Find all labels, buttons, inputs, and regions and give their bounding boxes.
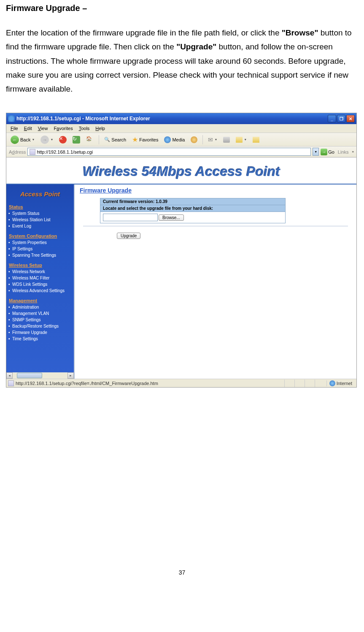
scroll-right-icon[interactable]: ► — [67, 372, 74, 379]
file-cell: Browse... — [100, 212, 286, 223]
close-button[interactable]: ✕ — [346, 115, 355, 122]
edit-button[interactable]: ▼ — [234, 136, 248, 144]
page-icon — [30, 149, 35, 155]
refresh-icon: ↻ — [73, 136, 80, 144]
nav-wireless-station-list[interactable]: Wireless Station List — [6, 217, 74, 223]
go-label: Go — [328, 149, 334, 155]
chevron-down-icon: ▼ — [244, 138, 247, 141]
address-input[interactable]: http://192.168.1.1/setup.cgi — [27, 148, 311, 156]
nav-backup-restore[interactable]: Backup/Restore Settings — [6, 323, 74, 329]
page-header-title: Wireless 54Mbps Access Point — [6, 164, 356, 179]
star-icon: ★ — [132, 136, 138, 144]
nav-system-properties[interactable]: System Properties — [6, 239, 74, 246]
media-label: Media — [172, 137, 185, 142]
home-icon: 🏠 — [86, 136, 94, 144]
print-icon — [223, 137, 230, 143]
maximize-button[interactable]: ❐ — [337, 115, 345, 122]
page-number: 37 — [6, 569, 358, 576]
nav-time-settings[interactable]: Time Settings — [6, 336, 74, 342]
doc-body: Enter the location of the firmware upgra… — [6, 26, 358, 96]
search-button[interactable]: 🔍 Search — [102, 136, 128, 143]
status-cell — [315, 380, 325, 387]
file-path-input[interactable] — [103, 214, 158, 221]
file-row: Browse... — [100, 212, 286, 223]
nav-spanning-tree[interactable]: Spanning Tree Settings — [6, 252, 74, 258]
nav-wireless-advanced[interactable]: Wireless Advanced Settings — [6, 288, 74, 294]
status-cells — [284, 380, 325, 387]
stop-icon: ✕ — [59, 136, 67, 144]
nav-wds-link[interactable]: WDS Link Settings — [6, 281, 74, 288]
search-icon: 🔍 — [104, 137, 110, 142]
back-button[interactable]: ← Back ▼ — [9, 135, 36, 145]
main-title: Firmware Upgrade — [75, 184, 356, 195]
print-button[interactable] — [221, 136, 232, 144]
menu-favorites[interactable]: Favorites — [51, 125, 75, 132]
nav-firmware-upgrade[interactable]: Firmware Upgrade — [6, 329, 74, 336]
menu-view[interactable]: View — [35, 125, 51, 132]
media-button[interactable]: Media — [162, 136, 186, 144]
browse-button[interactable]: Browse... — [159, 214, 184, 221]
separator — [99, 135, 99, 144]
chevron-down-icon: ▼ — [50, 138, 53, 141]
home-button[interactable]: 🏠 — [84, 135, 95, 144]
mail-button[interactable]: ✉▼ — [206, 136, 219, 144]
nav-snmp[interactable]: SNMP Settings — [6, 317, 74, 323]
chevron-down-icon: ▼ — [214, 138, 217, 141]
status-cell — [305, 380, 315, 387]
upgrade-table: Current firmware version: 1.0.39 Locate … — [100, 198, 286, 223]
body-browse-strong: "Browse" — [282, 28, 318, 37]
stop-button[interactable]: ✕ — [57, 135, 68, 144]
chevron-down-icon: ▼ — [32, 138, 35, 141]
nav-mgmt-vlan[interactable]: Management VLAN — [6, 310, 74, 317]
forward-icon: → — [40, 136, 49, 144]
history-icon — [191, 136, 197, 143]
search-label: Search — [111, 137, 126, 142]
version-row: Current firmware version: 1.0.39 — [100, 198, 286, 205]
address-bar: Address http://192.168.1.1/setup.cgi ▼ →… — [6, 146, 356, 157]
menu-edit[interactable]: Edit — [22, 125, 35, 132]
edit-icon — [236, 137, 243, 143]
body-upgrade-strong: "Upgrade" — [176, 42, 216, 51]
browser-screenshot: http://192.168.1.1/setup.cgi - Microsoft… — [6, 113, 357, 388]
favorites-button[interactable]: ★ Favorites — [130, 135, 160, 144]
discuss-button[interactable] — [251, 136, 261, 144]
forward-button[interactable]: → ▼ — [39, 135, 55, 145]
horizontal-scrollbar[interactable]: ◄ ► — [6, 372, 74, 379]
menubar: File Edit View Favorites Tools Help — [6, 124, 356, 133]
refresh-button[interactable]: ↻ — [71, 135, 82, 144]
status-url: http://192.168.1.1/setup.cgi?reqfile=./h… — [16, 381, 283, 386]
upgrade-button[interactable]: Upgrade — [117, 233, 140, 239]
toolbar: ← Back ▼ → ▼ ✕ ↻ 🏠 🔍 Search ★ Favorites … — [6, 133, 356, 146]
nav-event-log[interactable]: Event Log — [6, 223, 74, 229]
status-cell — [294, 380, 305, 387]
nav-ip-settings[interactable]: IP Settings — [6, 246, 74, 252]
nav-wireless-mac-filter[interactable]: Wireless MAC Filter — [6, 275, 74, 281]
links-label[interactable]: Links — [336, 149, 351, 155]
minimize-button[interactable]: _ — [328, 115, 336, 122]
sidebar: Access Point Status System Status Wirele… — [6, 184, 74, 379]
history-button[interactable] — [189, 136, 199, 144]
back-label: Back — [20, 137, 30, 142]
scroll-track[interactable] — [13, 372, 67, 379]
scroll-left-icon[interactable]: ◄ — [6, 372, 13, 379]
body-text-1: Enter the location of the firmware upgra… — [6, 28, 282, 37]
menu-file[interactable]: File — [8, 125, 21, 132]
menu-tools[interactable]: Tools — [76, 125, 92, 132]
zone-label: Internet — [337, 381, 352, 386]
nav-wireless-network[interactable]: Wireless Network — [6, 269, 74, 275]
address-dropdown[interactable]: ▼ — [313, 148, 319, 156]
nav-system-status[interactable]: System Status — [6, 210, 74, 217]
window-title: http://192.168.1.1/setup.cgi - Microsoft… — [16, 116, 150, 122]
scroll-thumb[interactable] — [17, 373, 42, 378]
go-button[interactable]: → Go — [321, 149, 334, 155]
sidebar-section-mgmt: Management — [6, 296, 74, 304]
locate-cell: Locate and select the upgrade file from … — [100, 205, 286, 212]
sidebar-section-status: Status — [6, 203, 74, 210]
doc-title: Firmware Upgrade – — [6, 3, 358, 13]
main-panel: Firmware Upgrade Current firmware versio… — [74, 184, 356, 379]
nav-administration[interactable]: Administration — [6, 304, 74, 310]
separator — [83, 226, 348, 226]
address-label: Address — [9, 149, 26, 155]
locate-row: Locate and select the upgrade file from … — [100, 205, 286, 212]
menu-help[interactable]: Help — [93, 125, 108, 132]
